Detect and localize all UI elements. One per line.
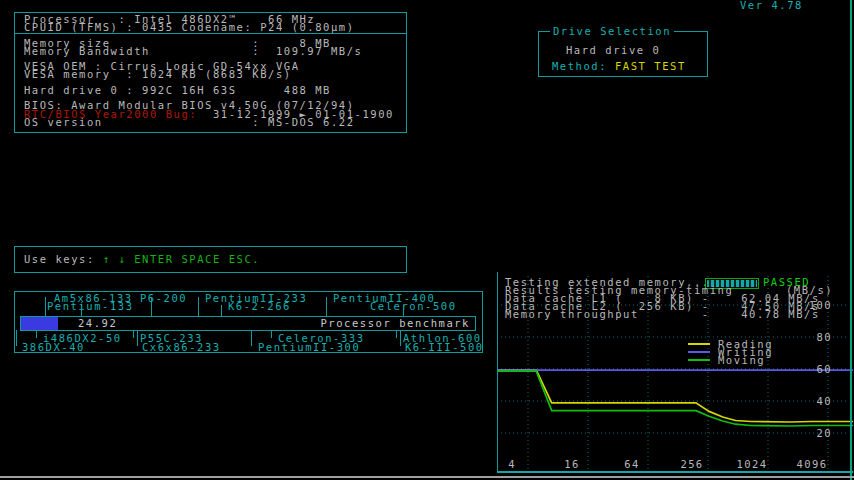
keys-hint-prefix: Use keys: <box>24 253 103 265</box>
screen-right-edge-line <box>850 0 852 480</box>
connector-line <box>271 330 272 338</box>
connector-line <box>16 330 17 346</box>
svg-text:4: 4 <box>508 458 516 470</box>
memory-bandwidth-line: Memory Bandwidth : 109.97 MB/s <box>24 47 362 56</box>
cpu-ref-label: K6-2-266 <box>228 302 291 311</box>
drive-method-line[interactable]: Method: FAST TEST <box>552 62 686 71</box>
svg-text:64: 64 <box>624 458 639 470</box>
connector-line <box>400 330 401 346</box>
connector-line <box>45 297 46 317</box>
connector-line <box>36 330 37 338</box>
connector-line <box>137 330 138 346</box>
writing-line-swatch <box>688 351 710 353</box>
keys-hint-keys: ↑ ↓ ENTER SPACE ESC. <box>103 253 260 265</box>
memory-timing-chart: 204060801004166425610244096 <box>497 272 853 472</box>
svg-text:1024: 1024 <box>737 458 768 470</box>
hard-drive-line: Hard drive 0 : 992C 16H 63S 488 MB <box>24 86 331 95</box>
os-version-line: OS version : MS-DOS 6.22 <box>24 118 355 127</box>
connector-line <box>133 330 134 338</box>
vesa-memory-line: VESA memory : 1024 KB (8683 KB/s) <box>24 70 292 79</box>
svg-text:16: 16 <box>564 458 579 470</box>
cpu-ref-label: K6-III-500 <box>405 343 484 352</box>
svg-text:4096: 4096 <box>797 458 828 470</box>
drive-method-value[interactable]: FAST TEST <box>615 60 686 72</box>
connector-line <box>396 330 397 338</box>
cpu-ref-label: P6-200 <box>140 294 187 303</box>
svg-text:100: 100 <box>809 299 832 311</box>
moving-line-swatch <box>688 359 710 361</box>
connector-line <box>251 330 252 346</box>
svg-text:60: 60 <box>817 363 832 375</box>
connector-line <box>151 297 152 317</box>
connector-line <box>326 297 327 317</box>
legend-label-moving: Moving <box>718 356 765 365</box>
cpu-ref-label: Cx6x86-233 <box>142 343 221 352</box>
speedsys-screen: Ver 4.78 Processor : Intel 486DX2™ 66 MH… <box>0 0 854 480</box>
benchmark-bar: 24.92 Processor benchmark <box>20 316 476 331</box>
cpu-ref-label: PentiumII-300 <box>258 343 360 352</box>
reading-line-swatch <box>688 343 710 345</box>
cpu-ref-label: Celeron-500 <box>370 302 457 311</box>
benchmark-title: Processor benchmark <box>320 319 470 328</box>
keys-hint-line: Use keys: ↑ ↓ ENTER SPACE ESC. <box>24 255 260 264</box>
drive-menu-item[interactable]: Hard drive 0 <box>566 46 660 55</box>
benchmark-score: 24.92 <box>78 319 117 328</box>
svg-text:20: 20 <box>817 427 832 439</box>
svg-text:40: 40 <box>817 395 832 407</box>
benchmark-bar-fill <box>21 317 58 330</box>
svg-text:256: 256 <box>680 458 703 470</box>
svg-text:80: 80 <box>817 331 832 343</box>
version-label: Ver 4.78 <box>740 1 803 10</box>
cpuid-line: CPUID (TFMS) : 0435 Codename: P24 (0.80µ… <box>24 23 355 32</box>
drive-selection-title: Drive Selection <box>550 27 674 36</box>
screen-bottom-edge-line <box>0 476 854 478</box>
chart-bottom-border <box>497 471 853 473</box>
cpu-ref-label: 386DX-40 <box>22 343 85 352</box>
chart-left-border <box>497 272 498 472</box>
connector-line <box>198 297 199 317</box>
cpu-ref-label: Pentium-133 <box>47 302 134 311</box>
drive-method-label: Method: <box>552 60 615 72</box>
system-info-divider <box>14 33 406 34</box>
